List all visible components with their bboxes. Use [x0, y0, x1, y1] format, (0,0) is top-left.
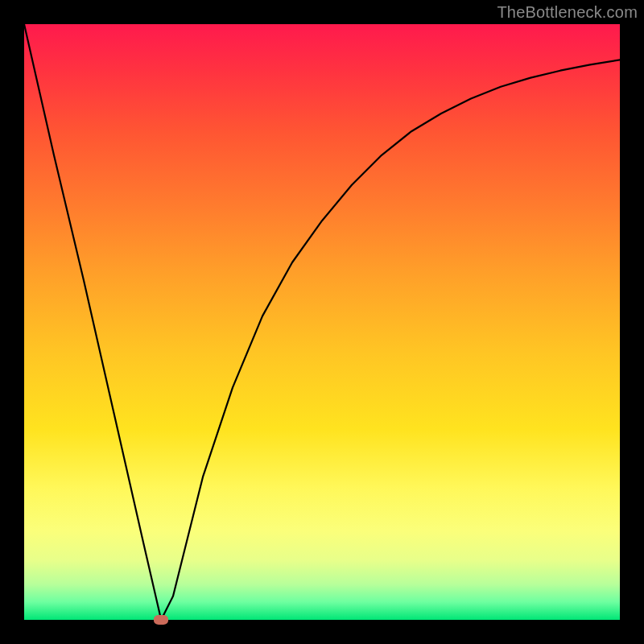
bottleneck-curve [24, 24, 620, 620]
watermark-text: TheBottleneck.com [497, 3, 638, 22]
optimal-point-marker [154, 615, 168, 625]
plot-area [24, 24, 620, 620]
chart-frame: TheBottleneck.com [0, 0, 644, 644]
